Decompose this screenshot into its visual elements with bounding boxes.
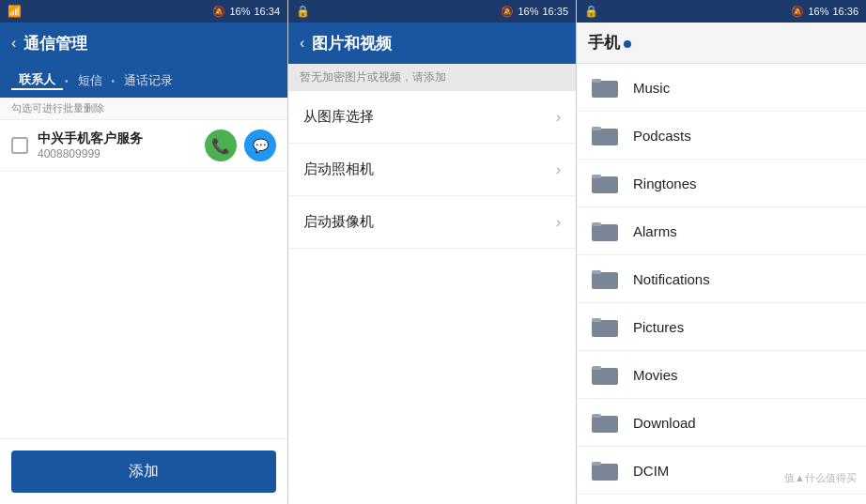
battery-text-1: 16% [229, 6, 250, 17]
mute-icon-3: 🔕 [791, 6, 804, 18]
spacer-1 [0, 172, 287, 438]
tabs-bar-1: 联系人 • 短信 • 通话记录 [0, 64, 287, 98]
folder-item-ringtones[interactable]: Ringtones [577, 160, 866, 207]
status-bar-left-1: 📶 [8, 5, 22, 18]
folder-name-dcim: DCIM [633, 463, 669, 479]
contact-checkbox[interactable] [11, 137, 28, 154]
folder-item-dcim[interactable]: DCIM [577, 447, 866, 495]
folder-item-movies[interactable]: Movies [577, 351, 866, 399]
svg-rect-17 [592, 464, 618, 481]
svg-rect-3 [592, 129, 618, 145]
menu-label-gallery: 从图库选择 [303, 108, 374, 126]
contact-phone: 4008809999 [38, 147, 195, 160]
contact-info: 中兴手机客户服务 4008809999 [38, 130, 195, 160]
chevron-icon-video: › [556, 214, 561, 231]
status-bar-2: 🔒 🔕 16% 16:35 [288, 0, 576, 23]
shield-icon-3: 🔒 [584, 5, 598, 18]
folder-item-alarms[interactable]: Alarms [577, 207, 866, 255]
contact-actions: 📞 💬 [205, 130, 276, 161]
folder-name-movies: Movies [633, 367, 678, 383]
contact-list-item[interactable]: 中兴手机客户服务 4008809999 📞 💬 [0, 120, 287, 172]
sim-icon: 📶 [8, 5, 22, 18]
svg-rect-7 [592, 224, 618, 241]
contact-name: 中兴手机客户服务 [38, 130, 195, 147]
svg-rect-6 [592, 175, 601, 178]
time-1: 16:34 [254, 6, 280, 17]
spacer-2 [288, 249, 576, 504]
svg-rect-4 [592, 127, 601, 130]
folder-icon-ringtones [592, 173, 618, 193]
folder-name-ringtones: Ringtones [633, 176, 697, 191]
header-2: ‹ 图片和视频 [288, 23, 576, 64]
folder-name-pictures: Pictures [633, 319, 684, 335]
message-button[interactable]: 💬 [244, 130, 276, 161]
menu-item-gallery[interactable]: 从图库选择 › [288, 91, 576, 144]
folder-name-podcasts: Podcasts [633, 128, 691, 144]
svg-rect-15 [592, 416, 618, 433]
header-3: 手机 [577, 23, 866, 64]
svg-rect-9 [592, 272, 618, 289]
svg-rect-8 [592, 222, 601, 226]
page-title-2: 图片和视频 [312, 33, 392, 54]
bulk-hint: 勾选可进行批量删除 [0, 98, 287, 120]
folder-icon-pictures [592, 316, 618, 337]
menu-label-video: 启动摄像机 [303, 213, 374, 231]
message-icon: 💬 [253, 138, 269, 153]
panel-media: 🔒 🔕 16% 16:35 ‹ 图片和视频 暂无加密图片或视频，请添加 从图库选… [288, 0, 577, 504]
add-btn-container: 添加 [0, 438, 287, 504]
svg-rect-18 [592, 462, 601, 466]
menu-label-camera: 启动照相机 [303, 160, 374, 178]
folder-icon-alarms [592, 221, 618, 241]
panel-files: 🔒 🔕 16% 16:36 手机 Music [577, 0, 866, 504]
page-title-3: 手机 [588, 32, 620, 53]
tab-call-log[interactable]: 通话记录 [116, 72, 180, 89]
folder-item-notifications[interactable]: Notifications [577, 255, 866, 303]
folder-name-music: Music [633, 80, 670, 96]
folder-icon-dcim [592, 460, 618, 481]
menu-item-camera[interactable]: 启动照相机 › [288, 144, 576, 196]
header-1: ‹ 通信管理 [0, 23, 287, 64]
page-title-1: 通信管理 [23, 33, 87, 54]
folder-item-pictures[interactable]: Pictures [577, 303, 866, 351]
svg-rect-14 [592, 366, 601, 370]
folder-icon-music [592, 77, 618, 98]
folder-icon-movies [592, 364, 618, 385]
status-bar-right-3: 🔕 16% 16:36 [791, 6, 858, 18]
header-dot-indicator [624, 40, 631, 48]
status-bar-right-1: 🔕 16% 16:34 [212, 6, 280, 18]
menu-item-video[interactable]: 启动摄像机 › [288, 196, 576, 249]
status-bar-left-3: 🔒 [584, 5, 598, 18]
folder-name-alarms: Alarms [633, 223, 677, 239]
folder-icon-download [592, 412, 618, 433]
status-bar-left-2: 🔒 [296, 5, 310, 18]
folder-icon-podcasts [592, 125, 618, 145]
mute-icon: 🔕 [212, 6, 225, 18]
svg-rect-11 [592, 320, 618, 337]
time-2: 16:35 [542, 6, 568, 17]
svg-rect-13 [592, 368, 618, 385]
folder-item-podcasts[interactable]: Podcasts [577, 112, 866, 160]
mute-icon-2: 🔕 [501, 6, 514, 18]
back-button-2[interactable]: ‹ [300, 35, 304, 52]
chevron-icon-camera: › [556, 161, 561, 178]
tab-sms[interactable]: 短信 [70, 72, 110, 89]
phone-icon: 📞 [211, 137, 230, 155]
folder-name-download: Download [633, 415, 696, 431]
hint-bar: 暂无加密图片或视频，请添加 [288, 64, 576, 91]
svg-rect-12 [592, 318, 601, 322]
folder-item-music[interactable]: Music [577, 64, 866, 112]
status-bar-1: 📶 🔕 16% 16:34 [0, 0, 287, 23]
battery-text-3: 16% [808, 6, 828, 17]
back-button-1[interactable]: ‹ [11, 35, 16, 52]
panel-communications: 📶 🔕 16% 16:34 ‹ 通信管理 联系人 • 短信 • 通话记录 勾选可… [0, 0, 288, 504]
folder-name-notifications: Notifications [633, 271, 710, 287]
call-button[interactable]: 📞 [205, 130, 237, 161]
time-3: 16:36 [832, 6, 858, 17]
tab-contacts[interactable]: 联系人 [11, 71, 63, 90]
add-button[interactable]: 添加 [11, 451, 276, 493]
folder-item-download[interactable]: Download [577, 399, 866, 447]
chevron-icon-gallery: › [556, 109, 561, 126]
svg-rect-5 [592, 176, 618, 193]
svg-rect-2 [592, 79, 601, 83]
status-bar-3: 🔒 🔕 16% 16:36 [577, 0, 866, 23]
